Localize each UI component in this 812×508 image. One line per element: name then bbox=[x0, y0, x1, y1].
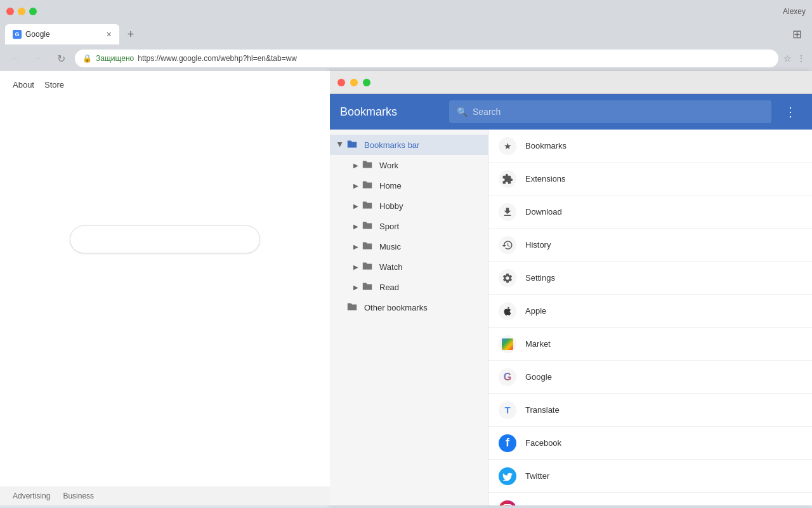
bookmark-item-instagram[interactable]: Instagram ⋮ bbox=[488, 493, 812, 505]
tree-item-bookmarks-bar[interactable]: ▶ Bookmarks bar bbox=[330, 135, 488, 155]
folder-icon-music bbox=[362, 240, 374, 253]
browser-tab[interactable]: G Google × bbox=[5, 24, 119, 44]
footer-advertising[interactable]: Advertising bbox=[13, 491, 50, 500]
title-bar: Alexey bbox=[0, 0, 812, 23]
bookmark-favicon-history bbox=[499, 236, 516, 254]
bookmark-name-instagram: Instagram bbox=[525, 504, 782, 505]
bookmarks-body: ▶ Bookmarks bar ▶ Work bbox=[330, 130, 812, 505]
bookmark-name-download: Download bbox=[525, 207, 782, 217]
folder-icon-read bbox=[362, 281, 374, 293]
mac-min-button[interactable] bbox=[350, 79, 358, 86]
nav-store[interactable]: Store bbox=[44, 80, 64, 90]
bookmark-star-button[interactable]: ☆ bbox=[783, 53, 792, 64]
tab-favicon: G bbox=[13, 30, 22, 39]
tree-item-watch[interactable]: ▶ Watch bbox=[345, 257, 488, 277]
google-page: About Store Advertising Business bbox=[0, 71, 330, 505]
folder-icon-hobby bbox=[362, 199, 374, 212]
bookmarks-list: ★ Bookmarks ⋮ Extensions ⋮ bbox=[488, 130, 812, 505]
google-center bbox=[13, 92, 317, 387]
bookmark-item-download[interactable]: Download ⋮ bbox=[488, 196, 812, 229]
tree-label-sport: Sport bbox=[379, 222, 399, 231]
tree-item-work[interactable]: ▶ Work bbox=[345, 155, 488, 175]
bookmark-item-extensions[interactable]: Extensions ⋮ bbox=[488, 163, 812, 196]
bookmark-favicon-download bbox=[499, 203, 516, 221]
mac-max-button[interactable] bbox=[363, 79, 370, 86]
bookmark-favicon-facebook: f bbox=[499, 434, 516, 452]
bookmark-name-market: Market bbox=[525, 339, 782, 349]
bookmarks-more-button[interactable]: ⋮ bbox=[779, 100, 802, 123]
extensions-button[interactable]: ⊞ bbox=[787, 27, 807, 41]
tree-arrow-bookmarks-bar[interactable]: ▶ bbox=[335, 139, 346, 150]
close-button[interactable] bbox=[6, 8, 14, 15]
minimize-button[interactable] bbox=[18, 8, 25, 15]
tree-arrow-home[interactable]: ▶ bbox=[350, 180, 362, 191]
tab-title: Google bbox=[25, 30, 102, 39]
search-placeholder: Search bbox=[473, 107, 501, 117]
bookmark-item-bookmarks[interactable]: ★ Bookmarks ⋮ bbox=[488, 130, 812, 163]
tree-arrow-music[interactable]: ▶ bbox=[350, 241, 362, 252]
bookmark-item-settings[interactable]: Settings ⋮ bbox=[488, 262, 812, 295]
bookmark-favicon-google: G bbox=[499, 368, 516, 386]
tree-arrow-sport[interactable]: ▶ bbox=[350, 220, 362, 232]
tree-label-hobby: Hobby bbox=[379, 201, 403, 211]
tree-arrow-read[interactable]: ▶ bbox=[350, 281, 362, 293]
bookmark-item-history[interactable]: History ⋮ bbox=[488, 229, 812, 262]
tree-item-read[interactable]: ▶ Read bbox=[345, 277, 488, 297]
mac-close-button[interactable] bbox=[337, 79, 345, 86]
new-tab-button[interactable]: + bbox=[122, 25, 140, 43]
url-input[interactable]: 🔒 Защищено https://www.google.com/webhp?… bbox=[75, 50, 778, 67]
folder-icon-sport bbox=[362, 220, 374, 232]
tree-item-other-bookmarks[interactable]: ▶ Other bookmarks bbox=[330, 297, 488, 318]
tree-label-watch: Watch bbox=[379, 262, 402, 272]
bookmark-item-twitter[interactable]: Twitter ⋮ bbox=[488, 460, 812, 493]
bookmark-favicon-bookmarks: ★ bbox=[499, 137, 516, 155]
browser-content: About Store Advertising Business bbox=[0, 71, 812, 505]
refresh-button[interactable]: ↻ bbox=[52, 50, 70, 67]
bookmark-favicon-translate: T bbox=[499, 401, 516, 419]
bookmark-favicon-settings bbox=[499, 269, 516, 287]
bookmark-item-market[interactable]: Market ⋮ bbox=[488, 328, 812, 361]
folder-icon-work bbox=[362, 159, 374, 171]
back-button[interactable]: ← bbox=[6, 50, 24, 67]
tree-arrow-hobby[interactable]: ▶ bbox=[350, 200, 362, 211]
tree-label-read: Read bbox=[379, 283, 399, 292]
bookmark-favicon-apple bbox=[499, 302, 516, 320]
google-footer: Advertising Business bbox=[0, 486, 330, 505]
tree-arrow-watch[interactable]: ▶ bbox=[350, 261, 362, 272]
bookmarks-header: Bookmarks 🔍 Search ⋮ bbox=[330, 94, 812, 130]
search-bar[interactable]: 🔍 Search bbox=[449, 100, 771, 123]
forward-button[interactable]: → bbox=[29, 50, 47, 67]
tree-arrow-work[interactable]: ▶ bbox=[350, 159, 362, 171]
google-nav: About Store bbox=[13, 77, 317, 92]
search-icon: 🔍 bbox=[457, 107, 468, 117]
tree-item-sport[interactable]: ▶ Sport bbox=[345, 216, 488, 236]
mac-controls bbox=[337, 79, 370, 86]
folder-icon-bookmarks-bar bbox=[346, 138, 359, 151]
bookmark-item-google[interactable]: G Google ⋮ bbox=[488, 361, 812, 394]
bookmark-item-facebook[interactable]: f Facebook ⋮ bbox=[488, 427, 812, 460]
bookmark-name-twitter: Twitter bbox=[525, 471, 782, 481]
google-search-bar[interactable] bbox=[70, 225, 260, 253]
tree-item-home[interactable]: ▶ Home bbox=[345, 175, 488, 196]
bookmark-item-translate[interactable]: T Translate ⋮ bbox=[488, 394, 812, 427]
bookmark-name-extensions: Extensions bbox=[525, 174, 782, 184]
bookmark-favicon-twitter bbox=[499, 467, 516, 485]
tab-close-button[interactable]: × bbox=[107, 29, 112, 39]
browser-menu-button[interactable]: ⋮ bbox=[797, 53, 806, 64]
bookmark-item-apple[interactable]: Apple ⋮ bbox=[488, 295, 812, 328]
bookmark-name-bookmarks: Bookmarks bbox=[525, 141, 782, 150]
url-text: https://www.google.com/webhp?hl=en&tab=w… bbox=[138, 54, 297, 63]
nav-about[interactable]: About bbox=[13, 80, 34, 90]
bookmark-name-google: Google bbox=[525, 372, 782, 382]
footer-business[interactable]: Business bbox=[63, 491, 94, 500]
window-controls bbox=[6, 8, 37, 15]
folder-icon-other bbox=[346, 301, 359, 314]
maximize-button[interactable] bbox=[29, 8, 37, 15]
tree-item-hobby[interactable]: ▶ Hobby bbox=[345, 196, 488, 216]
tree-item-music[interactable]: ▶ Music bbox=[345, 236, 488, 257]
bookmark-name-facebook: Facebook bbox=[525, 438, 782, 448]
bookmark-name-history: History bbox=[525, 240, 782, 250]
user-name: Alexey bbox=[783, 7, 806, 16]
bookmark-name-settings: Settings bbox=[525, 273, 782, 283]
tree-label-music: Music bbox=[379, 242, 401, 251]
